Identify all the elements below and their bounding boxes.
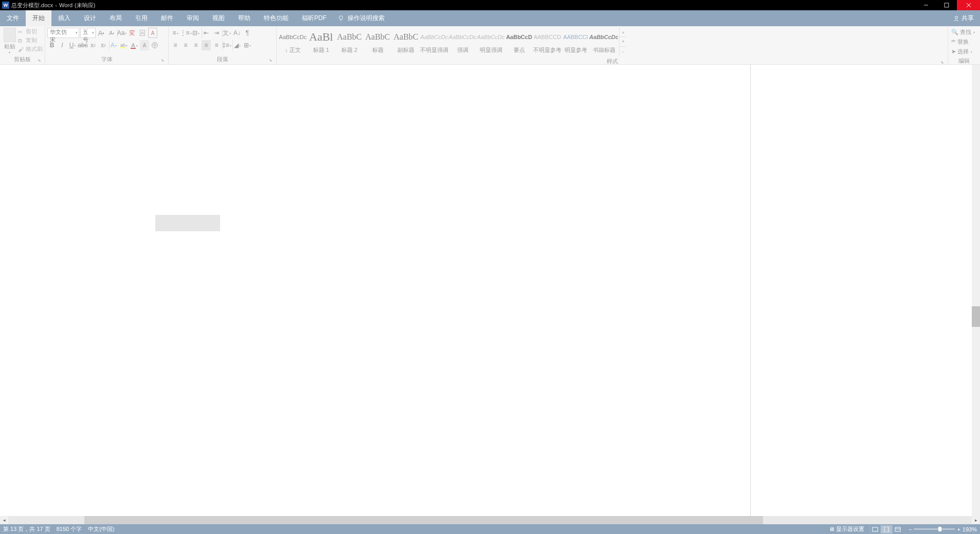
zoom-out-button[interactable]: −	[909, 526, 912, 532]
superscript-button[interactable]: x2	[99, 40, 108, 50]
styles-more-button[interactable]: ⌄	[620, 47, 626, 56]
sort-button[interactable]: A↓	[232, 28, 242, 38]
char-border-button[interactable]: A	[148, 28, 157, 38]
multilevel-button[interactable]: ⊟▾	[191, 28, 201, 38]
scroll-right-button[interactable]: ▸	[972, 516, 980, 524]
line-spacing-button[interactable]: ‡≡▾	[222, 40, 231, 50]
zoom-in-button[interactable]: +	[957, 526, 960, 532]
text-effects-button[interactable]: A▾	[109, 40, 118, 50]
clear-format-button[interactable]: A	[138, 28, 147, 38]
shrink-font-button[interactable]: A▾	[107, 28, 116, 38]
vertical-scrollbar[interactable]	[972, 65, 980, 516]
shading-button[interactable]: ◢▾	[232, 40, 242, 50]
align-justify-button[interactable]: ≡	[202, 40, 211, 50]
styles-gallery[interactable]: AaBbCcDc↓ 正文AaBl标题 1AaBbC标题 2AaBbC标题AaBb…	[279, 28, 618, 57]
align-right-button[interactable]: ≡	[191, 40, 201, 50]
font-color-button[interactable]: A▾	[130, 40, 139, 50]
increase-indent-button[interactable]: ⇥	[212, 28, 221, 38]
styles-scroll-down[interactable]: ▾	[620, 37, 626, 46]
cut-button[interactable]: ✂剪切	[18, 28, 43, 35]
minimize-button[interactable]	[916, 0, 936, 10]
font-dialog-launcher[interactable]: ⬊	[160, 58, 165, 63]
bullets-button[interactable]: ≡▾	[171, 28, 180, 38]
paragraph-dialog-launcher[interactable]: ⬊	[268, 58, 273, 63]
zoom-level[interactable]: 193%	[963, 526, 977, 532]
clipboard-dialog-launcher[interactable]: ⬊	[37, 58, 42, 63]
tab-layout[interactable]: 布局	[103, 10, 129, 26]
change-case-button[interactable]: Aa▾	[117, 28, 126, 38]
style-item[interactable]: AaBbCcDc书籍标题	[590, 28, 618, 56]
read-mode-button[interactable]	[869, 525, 881, 533]
style-item[interactable]: AaBbCcD要点	[505, 28, 533, 56]
format-painter-button[interactable]: 🖌格式刷	[18, 45, 43, 53]
style-item[interactable]: AaBbCcDc明显强调	[477, 28, 505, 56]
status-language[interactable]: 中文(中国)	[88, 525, 114, 533]
style-item[interactable]: AaBl标题 1	[307, 28, 335, 56]
style-item[interactable]: AABBCCD不明显参考	[533, 28, 561, 56]
style-item[interactable]: AaBbC标题	[364, 28, 392, 56]
borders-button[interactable]: ⊞▾	[243, 40, 252, 50]
find-button[interactable]: 🔍查找▾	[950, 28, 976, 36]
style-item[interactable]: AaBbC标题 2	[335, 28, 364, 56]
print-layout-button[interactable]	[881, 525, 892, 533]
highlight-button[interactable]: ab▾	[119, 40, 129, 50]
horizontal-scrollbar[interactable]: ◂ ▸	[0, 516, 980, 524]
replace-button[interactable]: ᵃᵇ替换	[950, 38, 976, 46]
zoom-slider[interactable]	[914, 528, 955, 530]
replace-icon: ᵃᵇ	[951, 39, 956, 45]
close-button[interactable]	[957, 0, 980, 10]
enclose-char-button[interactable]: 字	[150, 40, 159, 50]
tab-design[interactable]: 设计	[77, 10, 103, 26]
document-area[interactable]	[0, 65, 972, 516]
tab-insert[interactable]: 插入	[51, 10, 77, 26]
grow-font-button[interactable]: A▴	[97, 28, 106, 38]
subscript-button[interactable]: x2	[88, 40, 98, 50]
copy-button[interactable]: ⧉复制	[18, 36, 43, 44]
style-preview: AABBCCI	[563, 29, 588, 45]
style-item[interactable]: AaBbCcDc不明显强调	[420, 28, 448, 56]
tab-special[interactable]: 特色功能	[257, 10, 295, 26]
align-center-button[interactable]: ≡	[181, 40, 190, 50]
numbering-button[interactable]: ⋮≡▾	[181, 28, 190, 38]
tab-view[interactable]: 视图	[206, 10, 231, 26]
tab-mailings[interactable]: 邮件	[154, 10, 180, 26]
document-page-right[interactable]	[751, 65, 972, 516]
align-distribute-button[interactable]: ≡	[212, 40, 221, 50]
scroll-left-button[interactable]: ◂	[0, 516, 8, 524]
align-left-button[interactable]: ≡	[171, 40, 180, 50]
web-layout-button[interactable]	[892, 525, 903, 533]
char-shading-button[interactable]: A	[140, 40, 149, 50]
underline-button[interactable]: U▾	[68, 40, 77, 50]
tab-help[interactable]: 帮助	[231, 10, 257, 26]
clipboard-label: 剪贴板	[14, 56, 31, 62]
decrease-indent-button[interactable]: ⇤	[202, 28, 211, 38]
font-name-select[interactable]: 华文仿宋▾	[47, 28, 79, 38]
style-item[interactable]: AaBbC副标题	[392, 28, 420, 56]
tab-review[interactable]: 审阅	[180, 10, 206, 26]
text-direction-button[interactable]: 文▾	[222, 28, 231, 38]
style-item[interactable]: AaBbCcDc强调	[448, 28, 477, 56]
status-words[interactable]: 8150 个字	[57, 525, 82, 533]
display-settings-button[interactable]: 🖥 显示器设置	[829, 525, 864, 533]
show-marks-button[interactable]: ¶	[243, 28, 252, 38]
select-button[interactable]: ➤选择▾	[950, 47, 976, 56]
vertical-scroll-thumb[interactable]	[972, 306, 980, 327]
italic-button[interactable]: I	[58, 40, 67, 50]
style-item[interactable]: AABBCCI明显参考	[561, 28, 590, 56]
tab-home[interactable]: 开始	[26, 10, 51, 26]
maximize-button[interactable]	[936, 0, 957, 10]
share-button[interactable]: 共享	[953, 10, 974, 26]
zoom-slider-handle[interactable]	[938, 527, 941, 531]
paste-button[interactable]: 粘贴 ▾	[2, 28, 17, 54]
style-item[interactable]: AaBbCcDc↓ 正文	[279, 28, 307, 56]
horizontal-scroll-thumb[interactable]	[84, 516, 763, 524]
tellme-search[interactable]: 操作说明搜索	[348, 14, 385, 23]
font-size-select[interactable]: 五号▾	[80, 28, 96, 38]
status-page[interactable]: 第 13 页，共 17 页	[3, 525, 50, 533]
tab-foxit[interactable]: 福昕PDF	[295, 10, 333, 26]
styles-scroll-up[interactable]: ▴	[620, 28, 626, 37]
phonetic-guide-button[interactable]: 変	[128, 28, 137, 38]
tab-file[interactable]: 文件	[0, 10, 26, 26]
document-page-left[interactable]	[0, 65, 750, 516]
tab-references[interactable]: 引用	[129, 10, 154, 26]
